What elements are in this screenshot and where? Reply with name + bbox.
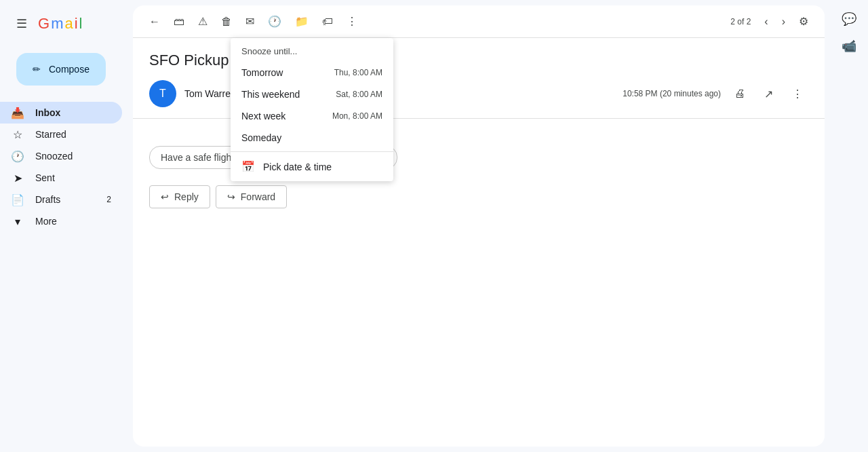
chevron-left-icon: ‹: [764, 16, 768, 28]
drafts-label: Drafts: [35, 194, 106, 205]
sent-label: Sent: [35, 172, 111, 183]
snooze-next-week[interactable]: Next week Mon, 8:00 AM: [231, 105, 393, 127]
snooze-someday-label: Someday: [241, 132, 281, 143]
sidebar: ☰ Gmail ✏ Compose 📥 Inbox ☆ Starred 🕐 Sn…: [0, 0, 133, 452]
meet-tab[interactable]: 📹: [835, 33, 863, 60]
drafts-icon: 📄: [11, 193, 24, 206]
trash-icon: 🗑: [221, 16, 232, 28]
snooze-nextweek-label: Next week: [241, 111, 285, 121]
snoozed-icon: 🕐: [11, 150, 24, 163]
snooze-icon: 🕐: [268, 15, 281, 28]
reply-button[interactable]: ↩ Reply: [149, 185, 210, 208]
print-icon: 🖨: [734, 88, 745, 100]
chat-icon: 💬: [842, 12, 856, 26]
inbox-icon: 📥: [11, 107, 24, 119]
settings-icon: ⚙: [799, 15, 808, 28]
snooze-button[interactable]: 🕐: [262, 11, 287, 32]
labels-button[interactable]: 🏷: [317, 12, 338, 32]
compose-button[interactable]: ✏ Compose: [16, 53, 106, 86]
sender-name: Tom Warren: [184, 88, 236, 99]
more-actions-button[interactable]: ⋮: [341, 11, 363, 32]
email-more-button[interactable]: ⋮: [787, 83, 808, 105]
nav-inbox[interactable]: 📥 Inbox: [0, 102, 122, 124]
forward-label: Forward: [241, 191, 275, 202]
email-timestamp: 10:58 PM (20 minutes ago): [623, 89, 721, 98]
nav-drafts[interactable]: 📄 Drafts 2: [0, 189, 122, 210]
email-more-icon: ⋮: [792, 88, 803, 100]
email-count: 2 of 2: [730, 17, 751, 26]
label-icon: 🏷: [322, 16, 333, 28]
reply-area: ↩ Reply ↪ Forward: [149, 185, 808, 208]
snooze-pick-date[interactable]: 📅 Pick date & time: [231, 155, 393, 178]
snooze-weekend-time: Sat, 8:00 AM: [336, 90, 382, 99]
inbox-label: Inbox: [35, 107, 111, 118]
nav-more[interactable]: ▾ More: [0, 210, 122, 232]
snoozed-label: Snoozed: [35, 151, 111, 162]
sent-icon: ➤: [11, 172, 24, 185]
star-icon: ☆: [11, 128, 24, 141]
snooze-tomorrow-label: Tomorrow: [241, 67, 283, 78]
back-button[interactable]: ←: [144, 12, 165, 32]
print-button[interactable]: 🖨: [729, 83, 751, 104]
meet-icon: 📹: [842, 39, 856, 54]
snooze-this-weekend[interactable]: This weekend Sat, 8:00 AM: [231, 83, 393, 105]
snooze-pick-label: Pick date & time: [263, 162, 332, 172]
email-subject-text: SFO Pickup: [149, 52, 229, 69]
more-actions-icon: ⋮: [347, 15, 357, 28]
snooze-dropdown: Snooze until... Tomorrow Thu, 8:00 AM Th…: [231, 38, 393, 181]
snooze-tomorrow-time: Thu, 8:00 AM: [334, 68, 382, 77]
newer-button[interactable]: ‹: [759, 12, 773, 32]
mark-icon: ✉: [245, 15, 254, 28]
move-icon: 📁: [295, 15, 309, 28]
forward-icon: ↪: [227, 191, 235, 202]
nav-starred[interactable]: ☆ Starred: [0, 124, 122, 145]
delete-button[interactable]: 🗑: [216, 12, 237, 32]
snooze-divider: [231, 151, 393, 152]
chat-tab[interactable]: 💬: [835, 5, 863, 33]
more-label: More: [35, 216, 57, 227]
reply-icon: ↩: [161, 191, 169, 202]
reply-label: Reply: [174, 191, 199, 202]
snooze-nextweek-time: Mon, 8:00 AM: [332, 111, 382, 121]
starred-label: Starred: [35, 129, 111, 140]
chevron-right-icon: ›: [782, 16, 785, 28]
more-icon: ▾: [11, 215, 24, 228]
snooze-someday[interactable]: Someday: [231, 127, 393, 149]
settings-button[interactable]: ⚙: [793, 11, 814, 32]
compose-label: Compose: [49, 64, 90, 75]
pencil-icon: ✏: [33, 64, 41, 75]
right-panel: 💬 📹: [830, 0, 868, 452]
toolbar: ← 🗃 ⚠ 🗑 ✉ 🕐 📁 🏷 ⋮ 2 of 2 ‹: [133, 5, 825, 38]
archive-icon: 🗃: [174, 16, 184, 28]
nav-snoozed[interactable]: 🕐 Snoozed: [0, 145, 122, 167]
nav-sent[interactable]: ➤ Sent: [0, 167, 122, 189]
open-in-new-icon: ↗: [764, 88, 773, 100]
mark-unread-button[interactable]: ✉: [240, 11, 260, 32]
move-to-button[interactable]: 📁: [290, 11, 314, 32]
report-spam-button[interactable]: ⚠: [193, 11, 213, 32]
open-in-new-button[interactable]: ↗: [759, 83, 778, 105]
spam-icon: ⚠: [198, 15, 208, 28]
gmail-logo: Gmail: [38, 15, 82, 33]
calendar-icon: 📅: [241, 160, 255, 173]
archive-button[interactable]: 🗃: [168, 12, 190, 32]
hamburger-icon[interactable]: ☰: [11, 11, 33, 37]
snooze-header: Snooze until...: [231, 41, 393, 62]
snooze-weekend-label: This weekend: [241, 89, 300, 100]
older-button[interactable]: ›: [776, 12, 791, 32]
sender-avatar: T: [149, 80, 176, 107]
forward-button[interactable]: ↪ Forward: [216, 185, 287, 208]
snooze-tomorrow[interactable]: Tomorrow Thu, 8:00 AM: [231, 62, 393, 83]
back-icon: ←: [149, 16, 160, 28]
drafts-count: 2: [106, 195, 111, 204]
